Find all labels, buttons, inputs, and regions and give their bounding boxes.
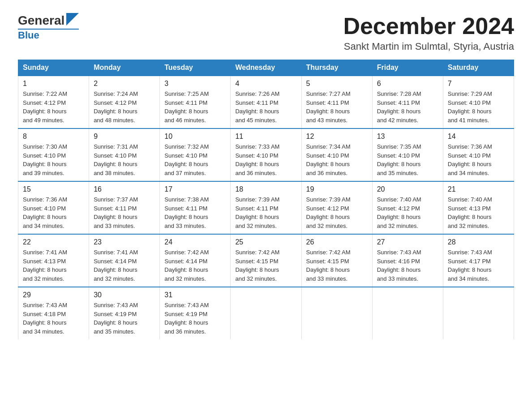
- day-info: Sunrise: 7:22 AM Sunset: 4:12 PM Dayligh…: [23, 90, 84, 124]
- calendar-week-row: 15 Sunrise: 7:36 AM Sunset: 4:10 PM Dayl…: [18, 181, 514, 234]
- day-info: Sunrise: 7:41 AM Sunset: 4:14 PM Dayligh…: [94, 248, 155, 283]
- day-number: 5: [306, 80, 368, 88]
- day-number: 8: [23, 133, 84, 141]
- day-info: Sunrise: 7:43 AM Sunset: 4:17 PM Dayligh…: [448, 248, 509, 283]
- calendar-day-cell: 11 Sunrise: 7:33 AM Sunset: 4:10 PM Dayl…: [231, 128, 301, 181]
- day-number: 17: [164, 185, 226, 193]
- calendar-day-cell: 17 Sunrise: 7:38 AM Sunset: 4:11 PM Dayl…: [160, 181, 231, 234]
- day-number: 10: [164, 133, 226, 141]
- calendar-day-cell: 13 Sunrise: 7:35 AM Sunset: 4:10 PM Dayl…: [372, 128, 443, 181]
- day-number: 31: [164, 291, 226, 299]
- day-number: 20: [377, 185, 438, 193]
- day-number: 11: [235, 133, 296, 141]
- day-info: Sunrise: 7:33 AM Sunset: 4:10 PM Dayligh…: [235, 142, 296, 177]
- day-number: 23: [94, 238, 155, 246]
- day-number: 27: [377, 238, 438, 246]
- calendar-header-monday: Monday: [89, 60, 160, 76]
- calendar-day-cell: 14 Sunrise: 7:36 AM Sunset: 4:10 PM Dayl…: [443, 128, 514, 181]
- logo-triangle-icon: [66, 13, 79, 26]
- day-number: 2: [94, 80, 155, 88]
- day-info: Sunrise: 7:35 AM Sunset: 4:10 PM Dayligh…: [377, 142, 438, 177]
- calendar-day-cell: 29 Sunrise: 7:43 AM Sunset: 4:18 PM Dayl…: [18, 287, 89, 339]
- day-number: 13: [377, 133, 438, 141]
- location-subtitle: Sankt Martin im Sulmtal, Styria, Austria: [343, 41, 514, 52]
- day-info: Sunrise: 7:34 AM Sunset: 4:10 PM Dayligh…: [306, 142, 368, 177]
- calendar-day-cell: [231, 287, 301, 339]
- calendar-day-cell: 31 Sunrise: 7:43 AM Sunset: 4:19 PM Dayl…: [160, 287, 231, 339]
- calendar-week-row: 29 Sunrise: 7:43 AM Sunset: 4:18 PM Dayl…: [18, 287, 514, 339]
- day-number: 1: [23, 80, 84, 88]
- day-info: Sunrise: 7:27 AM Sunset: 4:11 PM Dayligh…: [306, 90, 368, 124]
- calendar-header-row: SundayMondayTuesdayWednesdayThursdayFrid…: [18, 60, 514, 76]
- calendar-day-cell: 18 Sunrise: 7:39 AM Sunset: 4:11 PM Dayl…: [231, 181, 301, 234]
- page-header: General Blue December 2024 Sankt Martin …: [18, 13, 514, 52]
- calendar-header-saturday: Saturday: [443, 60, 514, 76]
- day-info: Sunrise: 7:43 AM Sunset: 4:18 PM Dayligh…: [23, 301, 84, 336]
- calendar-day-cell: 10 Sunrise: 7:32 AM Sunset: 4:10 PM Dayl…: [160, 128, 231, 181]
- day-number: 12: [306, 133, 368, 141]
- calendar-day-cell: 9 Sunrise: 7:31 AM Sunset: 4:10 PM Dayli…: [89, 128, 160, 181]
- day-info: Sunrise: 7:43 AM Sunset: 4:16 PM Dayligh…: [377, 248, 438, 283]
- day-number: 14: [448, 133, 509, 141]
- calendar-day-cell: 15 Sunrise: 7:36 AM Sunset: 4:10 PM Dayl…: [18, 181, 89, 234]
- logo-general-text: General: [18, 13, 64, 28]
- calendar-day-cell: [372, 287, 443, 339]
- day-info: Sunrise: 7:32 AM Sunset: 4:10 PM Dayligh…: [164, 142, 226, 177]
- calendar-day-cell: 5 Sunrise: 7:27 AM Sunset: 4:11 PM Dayli…: [301, 76, 372, 128]
- logo-blue-text: Blue: [18, 30, 39, 41]
- day-info: Sunrise: 7:42 AM Sunset: 4:14 PM Dayligh…: [164, 248, 226, 283]
- calendar-day-cell: 6 Sunrise: 7:28 AM Sunset: 4:11 PM Dayli…: [372, 76, 443, 128]
- calendar-day-cell: 25 Sunrise: 7:42 AM Sunset: 4:15 PM Dayl…: [231, 234, 301, 287]
- calendar-week-row: 8 Sunrise: 7:30 AM Sunset: 4:10 PM Dayli…: [18, 128, 514, 181]
- calendar-day-cell: 3 Sunrise: 7:25 AM Sunset: 4:11 PM Dayli…: [160, 76, 231, 128]
- day-number: 28: [448, 238, 509, 246]
- day-number: 24: [164, 238, 226, 246]
- day-number: 25: [235, 238, 296, 246]
- day-info: Sunrise: 7:39 AM Sunset: 4:12 PM Dayligh…: [306, 195, 368, 230]
- calendar-day-cell: 8 Sunrise: 7:30 AM Sunset: 4:10 PM Dayli…: [18, 128, 89, 181]
- day-info: Sunrise: 7:28 AM Sunset: 4:11 PM Dayligh…: [377, 90, 438, 124]
- calendar-day-cell: 4 Sunrise: 7:26 AM Sunset: 4:11 PM Dayli…: [231, 76, 301, 128]
- day-number: 19: [306, 185, 368, 193]
- calendar-table: SundayMondayTuesdayWednesdayThursdayFrid…: [18, 60, 514, 339]
- calendar-day-cell: 21 Sunrise: 7:40 AM Sunset: 4:13 PM Dayl…: [443, 181, 514, 234]
- calendar-week-row: 22 Sunrise: 7:41 AM Sunset: 4:13 PM Dayl…: [18, 234, 514, 287]
- calendar-day-cell: 26 Sunrise: 7:42 AM Sunset: 4:15 PM Dayl…: [301, 234, 372, 287]
- day-number: 4: [235, 80, 296, 88]
- calendar-day-cell: 22 Sunrise: 7:41 AM Sunset: 4:13 PM Dayl…: [18, 234, 89, 287]
- calendar-header-tuesday: Tuesday: [160, 60, 231, 76]
- calendar-header-sunday: Sunday: [18, 60, 89, 76]
- calendar-day-cell: 12 Sunrise: 7:34 AM Sunset: 4:10 PM Dayl…: [301, 128, 372, 181]
- calendar-day-cell: 23 Sunrise: 7:41 AM Sunset: 4:14 PM Dayl…: [89, 234, 160, 287]
- calendar-week-row: 1 Sunrise: 7:22 AM Sunset: 4:12 PM Dayli…: [18, 76, 514, 128]
- calendar-header-friday: Friday: [372, 60, 443, 76]
- calendar-day-cell: 19 Sunrise: 7:39 AM Sunset: 4:12 PM Dayl…: [301, 181, 372, 234]
- day-info: Sunrise: 7:29 AM Sunset: 4:10 PM Dayligh…: [448, 90, 509, 124]
- day-info: Sunrise: 7:43 AM Sunset: 4:19 PM Dayligh…: [164, 301, 226, 336]
- calendar-day-cell: 27 Sunrise: 7:43 AM Sunset: 4:16 PM Dayl…: [372, 234, 443, 287]
- calendar-day-cell: 20 Sunrise: 7:40 AM Sunset: 4:12 PM Dayl…: [372, 181, 443, 234]
- calendar-header-thursday: Thursday: [301, 60, 372, 76]
- day-number: 30: [94, 291, 155, 299]
- day-number: 26: [306, 238, 368, 246]
- calendar-day-cell: [443, 287, 514, 339]
- day-info: Sunrise: 7:24 AM Sunset: 4:12 PM Dayligh…: [94, 90, 155, 124]
- calendar-day-cell: 16 Sunrise: 7:37 AM Sunset: 4:11 PM Dayl…: [89, 181, 160, 234]
- day-info: Sunrise: 7:25 AM Sunset: 4:11 PM Dayligh…: [164, 90, 226, 124]
- calendar-day-cell: 7 Sunrise: 7:29 AM Sunset: 4:10 PM Dayli…: [443, 76, 514, 128]
- day-info: Sunrise: 7:30 AM Sunset: 4:10 PM Dayligh…: [23, 142, 84, 177]
- day-number: 9: [94, 133, 155, 141]
- day-info: Sunrise: 7:31 AM Sunset: 4:10 PM Dayligh…: [94, 142, 155, 177]
- day-info: Sunrise: 7:40 AM Sunset: 4:13 PM Dayligh…: [448, 195, 509, 230]
- logo: General Blue: [18, 13, 79, 41]
- day-info: Sunrise: 7:40 AM Sunset: 4:12 PM Dayligh…: [377, 195, 438, 230]
- day-number: 21: [448, 185, 509, 193]
- day-info: Sunrise: 7:37 AM Sunset: 4:11 PM Dayligh…: [94, 195, 155, 230]
- day-info: Sunrise: 7:36 AM Sunset: 4:10 PM Dayligh…: [448, 142, 509, 177]
- day-number: 16: [94, 185, 155, 193]
- calendar-header-wednesday: Wednesday: [231, 60, 301, 76]
- day-info: Sunrise: 7:38 AM Sunset: 4:11 PM Dayligh…: [164, 195, 226, 230]
- day-number: 6: [377, 80, 438, 88]
- day-info: Sunrise: 7:41 AM Sunset: 4:13 PM Dayligh…: [23, 248, 84, 283]
- calendar-day-cell: 24 Sunrise: 7:42 AM Sunset: 4:14 PM Dayl…: [160, 234, 231, 287]
